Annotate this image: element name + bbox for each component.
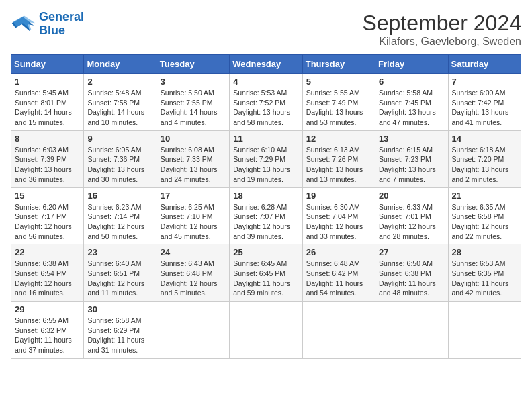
calendar-week-5: 29Sunrise: 6:55 AM Sunset: 6:32 PM Dayli… (11, 302, 521, 359)
day-info: Sunrise: 6:00 AM Sunset: 7:42 PM Dayligh… (452, 88, 517, 128)
calendar-cell: 22Sunrise: 6:38 AM Sunset: 6:54 PM Dayli… (11, 244, 84, 302)
logo: General Blue (11, 11, 84, 38)
calendar-cell (448, 302, 521, 359)
calendar-body: 1Sunrise: 5:45 AM Sunset: 8:01 PM Daylig… (11, 74, 521, 359)
calendar-cell: 13Sunrise: 6:15 AM Sunset: 7:23 PM Dayli… (375, 130, 448, 187)
calendar-cell: 24Sunrise: 6:43 AM Sunset: 6:48 PM Dayli… (157, 244, 229, 302)
calendar-cell: 19Sunrise: 6:30 AM Sunset: 7:04 PM Dayli… (302, 187, 375, 244)
calendar-cell: 6Sunrise: 5:58 AM Sunset: 7:45 PM Daylig… (375, 74, 448, 131)
day-number: 9 (87, 134, 152, 144)
day-info: Sunrise: 5:55 AM Sunset: 7:49 PM Dayligh… (306, 88, 371, 128)
day-info: Sunrise: 6:13 AM Sunset: 7:26 PM Dayligh… (306, 145, 371, 185)
day-info: Sunrise: 6:58 AM Sunset: 6:29 PM Dayligh… (87, 316, 152, 355)
day-number: 21 (452, 191, 517, 201)
calendar-week-1: 1Sunrise: 5:45 AM Sunset: 8:01 PM Daylig… (11, 74, 521, 131)
day-info: Sunrise: 6:15 AM Sunset: 7:23 PM Dayligh… (379, 145, 444, 185)
column-header-sunday: Sunday (11, 55, 84, 74)
calendar-cell: 25Sunrise: 6:45 AM Sunset: 6:45 PM Dayli… (230, 244, 302, 302)
day-info: Sunrise: 6:20 AM Sunset: 7:17 PM Dayligh… (15, 202, 80, 242)
calendar-cell: 8Sunrise: 6:03 AM Sunset: 7:39 PM Daylig… (11, 130, 84, 187)
column-header-saturday: Saturday (448, 55, 521, 74)
day-number: 29 (15, 304, 80, 314)
day-number: 23 (87, 247, 152, 257)
calendar-week-3: 15Sunrise: 6:20 AM Sunset: 7:17 PM Dayli… (11, 187, 521, 244)
day-info: Sunrise: 5:45 AM Sunset: 8:01 PM Dayligh… (15, 88, 80, 128)
column-header-thursday: Thursday (302, 55, 375, 74)
day-number: 11 (233, 134, 298, 144)
column-header-friday: Friday (375, 55, 448, 74)
calendar-cell: 30Sunrise: 6:58 AM Sunset: 6:29 PM Dayli… (84, 302, 157, 359)
logo-icon (11, 14, 35, 34)
calendar-cell: 3Sunrise: 5:50 AM Sunset: 7:55 PM Daylig… (157, 74, 229, 131)
day-info: Sunrise: 6:33 AM Sunset: 7:01 PM Dayligh… (379, 202, 444, 242)
day-info: Sunrise: 5:58 AM Sunset: 7:45 PM Dayligh… (379, 88, 444, 128)
day-info: Sunrise: 6:18 AM Sunset: 7:20 PM Dayligh… (452, 145, 517, 185)
calendar-week-2: 8Sunrise: 6:03 AM Sunset: 7:39 PM Daylig… (11, 130, 521, 187)
calendar-cell (302, 302, 375, 359)
calendar-cell: 26Sunrise: 6:48 AM Sunset: 6:42 PM Dayli… (302, 244, 375, 302)
calendar-cell: 20Sunrise: 6:33 AM Sunset: 7:01 PM Dayli… (375, 187, 448, 244)
calendar-cell: 9Sunrise: 6:05 AM Sunset: 7:36 PM Daylig… (84, 130, 157, 187)
day-info: Sunrise: 6:03 AM Sunset: 7:39 PM Dayligh… (15, 145, 80, 185)
day-number: 1 (15, 77, 80, 87)
calendar-table: SundayMondayTuesdayWednesdayThursdayFrid… (11, 54, 521, 359)
day-info: Sunrise: 5:50 AM Sunset: 7:55 PM Dayligh… (161, 88, 226, 128)
day-info: Sunrise: 6:48 AM Sunset: 6:42 PM Dayligh… (306, 259, 371, 298)
day-number: 15 (15, 191, 80, 201)
day-info: Sunrise: 6:30 AM Sunset: 7:04 PM Dayligh… (306, 202, 371, 242)
calendar-cell: 2Sunrise: 5:48 AM Sunset: 7:58 PM Daylig… (84, 74, 157, 131)
day-info: Sunrise: 6:38 AM Sunset: 6:54 PM Dayligh… (15, 259, 80, 298)
column-header-monday: Monday (84, 55, 157, 74)
day-info: Sunrise: 5:48 AM Sunset: 7:58 PM Dayligh… (87, 88, 152, 128)
column-header-wednesday: Wednesday (230, 55, 302, 74)
header-row: SundayMondayTuesdayWednesdayThursdayFrid… (11, 55, 521, 74)
day-info: Sunrise: 6:25 AM Sunset: 7:10 PM Dayligh… (161, 202, 226, 242)
calendar-cell: 16Sunrise: 6:23 AM Sunset: 7:14 PM Dayli… (84, 187, 157, 244)
day-info: Sunrise: 6:23 AM Sunset: 7:14 PM Dayligh… (87, 202, 152, 242)
day-number: 2 (87, 77, 152, 87)
calendar-cell: 18Sunrise: 6:28 AM Sunset: 7:07 PM Dayli… (230, 187, 302, 244)
day-info: Sunrise: 6:35 AM Sunset: 6:58 PM Dayligh… (452, 202, 517, 242)
calendar-cell: 12Sunrise: 6:13 AM Sunset: 7:26 PM Dayli… (302, 130, 375, 187)
day-info: Sunrise: 6:53 AM Sunset: 6:35 PM Dayligh… (452, 259, 517, 298)
page-header: General Blue September 2024 Kilafors, Ga… (11, 11, 521, 48)
calendar-cell: 14Sunrise: 6:18 AM Sunset: 7:20 PM Dayli… (448, 130, 521, 187)
day-info: Sunrise: 6:40 AM Sunset: 6:51 PM Dayligh… (87, 259, 152, 298)
calendar-cell: 1Sunrise: 5:45 AM Sunset: 8:01 PM Daylig… (11, 74, 84, 131)
day-number: 20 (379, 191, 444, 201)
day-info: Sunrise: 6:45 AM Sunset: 6:45 PM Dayligh… (233, 259, 298, 298)
day-info: Sunrise: 6:50 AM Sunset: 6:38 PM Dayligh… (379, 259, 444, 298)
day-info: Sunrise: 5:53 AM Sunset: 7:52 PM Dayligh… (233, 88, 298, 128)
day-info: Sunrise: 6:05 AM Sunset: 7:36 PM Dayligh… (87, 145, 152, 185)
calendar-cell: 5Sunrise: 5:55 AM Sunset: 7:49 PM Daylig… (302, 74, 375, 131)
day-number: 30 (87, 304, 152, 314)
day-number: 6 (379, 77, 444, 87)
day-number: 18 (233, 191, 298, 201)
day-number: 16 (87, 191, 152, 201)
day-info: Sunrise: 6:10 AM Sunset: 7:29 PM Dayligh… (233, 145, 298, 185)
day-number: 13 (379, 134, 444, 144)
day-number: 10 (161, 134, 226, 144)
day-number: 7 (452, 77, 517, 87)
calendar-cell (375, 302, 448, 359)
logo-text: General Blue (39, 11, 84, 38)
day-number: 8 (15, 134, 80, 144)
calendar-cell: 4Sunrise: 5:53 AM Sunset: 7:52 PM Daylig… (230, 74, 302, 131)
calendar-cell: 10Sunrise: 6:08 AM Sunset: 7:33 PM Dayli… (157, 130, 229, 187)
calendar-cell: 28Sunrise: 6:53 AM Sunset: 6:35 PM Dayli… (448, 244, 521, 302)
day-number: 19 (306, 191, 371, 201)
calendar-cell: 7Sunrise: 6:00 AM Sunset: 7:42 PM Daylig… (448, 74, 521, 131)
calendar-week-4: 22Sunrise: 6:38 AM Sunset: 6:54 PM Dayli… (11, 244, 521, 302)
calendar-cell: 29Sunrise: 6:55 AM Sunset: 6:32 PM Dayli… (11, 302, 84, 359)
calendar-cell: 23Sunrise: 6:40 AM Sunset: 6:51 PM Dayli… (84, 244, 157, 302)
calendar-cell: 11Sunrise: 6:10 AM Sunset: 7:29 PM Dayli… (230, 130, 302, 187)
day-info: Sunrise: 6:28 AM Sunset: 7:07 PM Dayligh… (233, 202, 298, 242)
calendar-cell: 21Sunrise: 6:35 AM Sunset: 6:58 PM Dayli… (448, 187, 521, 244)
page-title: September 2024 (362, 11, 521, 36)
page-subtitle: Kilafors, Gaevleborg, Sweden (362, 36, 521, 48)
day-number: 3 (161, 77, 226, 87)
title-block: September 2024 Kilafors, Gaevleborg, Swe… (362, 11, 521, 48)
day-number: 5 (306, 77, 371, 87)
day-number: 12 (306, 134, 371, 144)
day-info: Sunrise: 6:08 AM Sunset: 7:33 PM Dayligh… (161, 145, 226, 185)
